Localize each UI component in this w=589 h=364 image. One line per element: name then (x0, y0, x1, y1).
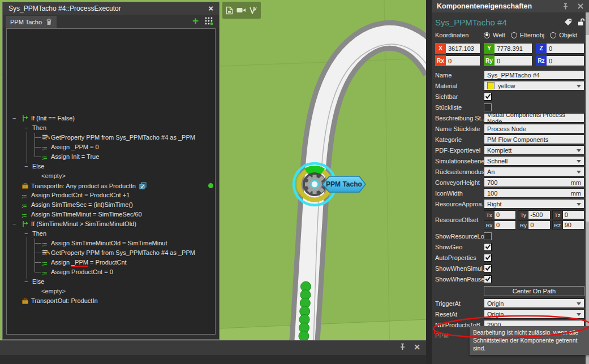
transport-out-icon (22, 297, 29, 307)
text-field[interactable]: PM Flow Components (484, 135, 584, 144)
property-row-name: NameSys_PPMTacho #4 (435, 70, 584, 80)
offset-field-ty[interactable]: Ty-500 (518, 210, 550, 219)
dropdown-triggerat[interactable]: Origin (484, 298, 584, 308)
offset-field-ry[interactable]: Ry0 (518, 220, 550, 229)
script-row[interactable]: :=Assign SimTimeMinut = SimTimeSec/60 (7, 210, 215, 219)
center-on-path-button[interactable]: Center On Path (484, 286, 584, 296)
script-row[interactable]: TransportIn: Any product as ProductIn (7, 181, 215, 190)
product-item[interactable] (299, 331, 309, 341)
field-value: 100 (487, 190, 497, 197)
radio-welt[interactable]: Welt (484, 32, 505, 38)
coord-field-z[interactable]: Z0 (536, 43, 584, 54)
checkbox-showgeo[interactable] (484, 243, 492, 251)
text-field[interactable]: Process Node (484, 124, 584, 133)
offset-field-rx[interactable]: Rx0 (484, 220, 516, 229)
text-field[interactable]: Sys_PPMTacho #4 (484, 70, 584, 80)
tab-ppm-tacho[interactable]: PPM Tacho (6, 16, 57, 28)
pdf-export-icon[interactable] (226, 6, 233, 15)
radio-label: Elternobj (520, 32, 544, 38)
dropdown-pdf-exportlevel[interactable]: Komplett (484, 145, 584, 155)
script-row[interactable]: −Else (7, 162, 215, 171)
coord-value[interactable]: 0 (547, 43, 584, 54)
property-label: IconWidth (435, 190, 484, 197)
checkbox-showresourcelo-[interactable] (484, 232, 492, 240)
dropdown-material[interactable]: yellow (484, 81, 584, 90)
axis-chip: Y (484, 43, 495, 54)
offset-field-tx[interactable]: Tx0 (484, 210, 516, 219)
script-row[interactable]: −If (Init == False) (7, 114, 215, 123)
tree-branch-line (35, 258, 42, 267)
coord-field-rz[interactable]: Rz0 (536, 55, 584, 66)
script-row[interactable]: −Then (7, 229, 215, 239)
checkbox-st-ckliste[interactable] (484, 103, 492, 111)
vc-logo-icon[interactable] (249, 7, 257, 14)
offset-field-tz[interactable]: Tz0 (552, 210, 584, 219)
tooltip: Bearbeitung ist nicht zulässig, wenn all… (470, 326, 589, 355)
script-statement-text: GetProperty PPM from Sys_PPMTacho #4 as … (51, 133, 195, 142)
script-row[interactable]: TransportOut: ProductIn (7, 296, 215, 306)
script-row[interactable]: <empty> (7, 171, 215, 181)
camera-icon[interactable] (237, 7, 246, 14)
coord-value[interactable]: 3617.103 (446, 43, 480, 54)
script-row[interactable]: GetProperty PPM from Sys_PPMTacho #4 as … (7, 133, 215, 142)
coord-field-y[interactable]: Y7778.391 (484, 43, 532, 54)
dropdown-simulationsebene[interactable]: Schnell (484, 156, 584, 166)
dropdown-r-ckseitenmodus[interactable]: An (484, 167, 584, 176)
property-label: Kategorie (435, 136, 484, 143)
collapse-toggle[interactable]: − (12, 114, 16, 123)
coord-value[interactable]: 0 (547, 55, 584, 66)
checkbox-autoproperties[interactable] (484, 254, 492, 262)
radio-objekt[interactable]: Objekt (550, 32, 577, 38)
dropdown-resetat[interactable]: Origin (484, 309, 584, 319)
coord-value[interactable]: 0 (495, 55, 532, 66)
window-title-bar[interactable]: Sys_PPMTacho #4::ProcessExecutor × (3, 2, 219, 15)
script-row[interactable]: :=Assign SimTimeMinutOld = SimTimeMinut (7, 239, 215, 248)
checkbox-showwhensimul-[interactable] (484, 265, 492, 272)
script-row[interactable]: :=Assign Init = True (7, 152, 215, 162)
script-row[interactable]: :=Assign _PPM = ProductCnt (7, 258, 215, 267)
add-routine-button[interactable]: + (192, 16, 199, 26)
checkbox-showwhenpaused[interactable] (484, 275, 492, 283)
checkbox-sichtbar[interactable] (484, 93, 492, 101)
trash-icon[interactable] (46, 18, 52, 25)
panel-separator[interactable] (426, 0, 432, 364)
script-row[interactable]: GetProperty PPM from Sys_PPMTacho #4 as … (7, 248, 215, 258)
radio-elternobj[interactable]: Elternobj (511, 32, 544, 38)
scrollbar[interactable] (586, 12, 589, 364)
text-field[interactable]: 100mm (484, 188, 584, 198)
script-row[interactable]: −Else (7, 277, 215, 287)
coord-value[interactable]: 7778.391 (495, 43, 532, 54)
property-list: NameSys_PPMTacho #4MaterialyellowSichtba… (435, 70, 584, 341)
dropdown-resourceapproa-[interactable]: Right (484, 199, 584, 209)
coord-field-x[interactable]: X3617.103 (435, 43, 480, 54)
text-field[interactable]: 700mm (484, 177, 584, 187)
scrollbar-thumb[interactable] (586, 35, 589, 222)
close-icon[interactable]: × (208, 5, 213, 12)
script-row[interactable]: <empty> (7, 287, 215, 296)
grid-add-icon[interactable] (204, 16, 213, 25)
pin-icon[interactable] (399, 343, 406, 351)
tag-icon[interactable] (564, 19, 572, 26)
script-row[interactable]: :=Assign SimTimeSec = (int)SimTime() (7, 200, 215, 210)
ppm-tacho-label[interactable]: PPM Tacho (323, 176, 366, 192)
unlock-icon[interactable] (577, 18, 584, 26)
close-icon[interactable]: ✕ (414, 343, 420, 352)
offset-field-rz[interactable]: Rz90 (552, 220, 584, 229)
close-icon[interactable] (577, 3, 584, 10)
script-row[interactable]: −If (SimTimeMinut > SimTimeMinutOld) (7, 219, 215, 229)
coordinates-label: Koordinaten (435, 32, 484, 38)
script-row[interactable]: :=Assign ProductCnt = 0 (7, 267, 215, 277)
property-row-name-st-ckliste: Name StücklisteProcess Node (435, 123, 584, 134)
script-row[interactable]: :=Assign _PPM = 0 (7, 142, 215, 152)
script-statement-text: Assign _PPM = ProductCnt (51, 258, 127, 267)
coord-field-ry[interactable]: Ry0 (484, 55, 532, 66)
tree-branch-line (35, 152, 42, 157)
script-row[interactable]: −Then (7, 123, 215, 133)
script-tree-area[interactable]: −If (Init == False)−ThenGetProperty PPM … (6, 28, 216, 335)
coord-field-rx[interactable]: Rx0 (435, 55, 480, 66)
pin-icon[interactable] (562, 3, 569, 10)
coord-value[interactable]: 0 (446, 55, 480, 66)
script-row[interactable]: :=Assign ProductCnt = ProductCnt +1 (7, 190, 215, 200)
text-field[interactable]: Visual Components Process Node (484, 113, 584, 123)
collapse-toggle[interactable]: − (12, 219, 16, 229)
